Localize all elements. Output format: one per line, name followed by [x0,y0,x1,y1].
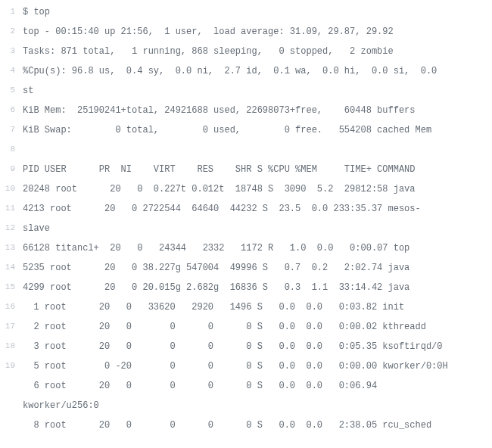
code-line: 6KiB Mem: 25190241+total, 24921688 used,… [0,101,492,121]
line-number: 8 [0,143,23,156]
code-line: 6 root 20 0 0 0 0 S 0.0 0.0 0:06.94 [0,377,492,397]
code-line: 7KiB Swap: 0 total, 0 used, 0 free. 5542… [0,121,492,141]
line-content: 5 root 0 -20 0 0 0 S 0.0 0.0 0:00.00 kwo… [23,359,492,373]
code-line: 5st [0,82,492,101]
code-block: 1$ top2top - 00:15:40 up 21:56, 1 user, … [0,3,492,436]
line-content: 6 root 20 0 0 0 0 S 0.0 0.0 0:06.94 [23,379,492,393]
line-number: 3 [0,45,23,58]
code-line: kworker/u256:0 [0,397,492,416]
line-content: Tasks: 871 total, 1 running, 868 sleepin… [23,45,492,58]
line-number: 5 [0,84,23,97]
line-number: 13 [0,241,23,254]
code-line: 154299 root 20 0 20.015g 2.682g 16836 S … [0,278,492,298]
line-number: 18 [0,340,23,353]
line-content: %Cpu(s): 96.8 us, 0.4 sy, 0.0 ni, 2.7 id… [23,64,492,78]
line-content: 8 root 20 0 0 0 0 S 0.0 0.0 2:38.05 rcu_… [23,418,492,432]
line-content: st [23,84,492,98]
line-number: 11 [0,202,23,215]
line-number: 9 [0,163,23,176]
code-line: 114213 root 20 0 2722544 64640 44232 S 2… [0,200,492,219]
line-content: $ top [23,5,492,19]
code-line: 12slave [0,219,492,239]
line-content: 2 root 20 0 0 0 0 S 0.0 0.0 0:00.02 kthr… [23,320,492,334]
code-line: 1020248 root 20 0 0.227t 0.012t 18748 S … [0,180,492,200]
code-line: 19 5 root 0 -20 0 0 0 S 0.0 0.0 0:00.00 … [0,357,492,377]
line-content: 5235 root 20 0 38.227g 547004 49996 S 0.… [23,261,492,275]
line-number: 10 [0,182,23,195]
line-number: 14 [0,261,23,274]
line-content: KiB Mem: 25190241+total, 24921688 used, … [23,104,492,117]
line-number: 15 [0,281,23,294]
line-number: 16 [0,300,23,313]
code-line: 1366128 titancl+ 20 0 24344 2332 1172 R … [0,239,492,259]
line-number: 1 [0,5,23,18]
code-line: 4%Cpu(s): 96.8 us, 0.4 sy, 0.0 ni, 2.7 i… [0,62,492,82]
line-content: 3 root 20 0 0 0 0 S 0.0 0.0 0:05.35 ksof… [23,340,492,353]
code-line: 8 [0,141,492,160]
code-line: 17 2 root 20 0 0 0 0 S 0.0 0.0 0:00.02 k… [0,318,492,338]
line-content: 1 root 20 0 33620 2920 1496 S 0.0 0.0 0:… [23,300,492,314]
line-content: PID USER PR NI VIRT RES SHR S %CPU %MEM … [23,163,492,176]
line-content: 66128 titancl+ 20 0 24344 2332 1172 R 1.… [23,241,492,255]
code-line: 16 1 root 20 0 33620 2920 1496 S 0.0 0.0… [0,298,492,318]
line-number: 4 [0,64,23,77]
code-line: 18 3 root 20 0 0 0 0 S 0.0 0.0 0:05.35 k… [0,338,492,357]
line-content: slave [23,222,492,235]
code-line: 3Tasks: 871 total, 1 running, 868 sleepi… [0,42,492,62]
line-content: 20248 root 20 0 0.227t 0.012t 18748 S 30… [23,182,492,196]
line-content: top - 00:15:40 up 21:56, 1 user, load av… [23,25,492,39]
line-number: 7 [0,123,23,136]
line-number: 2 [0,25,23,38]
line-number: 19 [0,359,23,372]
line-number: 12 [0,222,23,235]
line-content: kworker/u256:0 [23,399,492,412]
code-line: 8 root 20 0 0 0 0 S 0.0 0.0 2:38.05 rcu_… [0,416,492,436]
line-number: 6 [0,104,23,117]
line-content: KiB Swap: 0 total, 0 used, 0 free. 55420… [23,123,492,137]
code-line: 2top - 00:15:40 up 21:56, 1 user, load a… [0,23,492,42]
line-number: 17 [0,320,23,333]
line-content: 4213 root 20 0 2722544 64640 44232 S 23.… [23,202,492,216]
line-content: 4299 root 20 0 20.015g 2.682g 16836 S 0.… [23,281,492,294]
code-line: 9PID USER PR NI VIRT RES SHR S %CPU %MEM… [0,160,492,180]
code-line: 145235 root 20 0 38.227g 547004 49996 S … [0,259,492,278]
code-line: 1$ top [0,3,492,23]
